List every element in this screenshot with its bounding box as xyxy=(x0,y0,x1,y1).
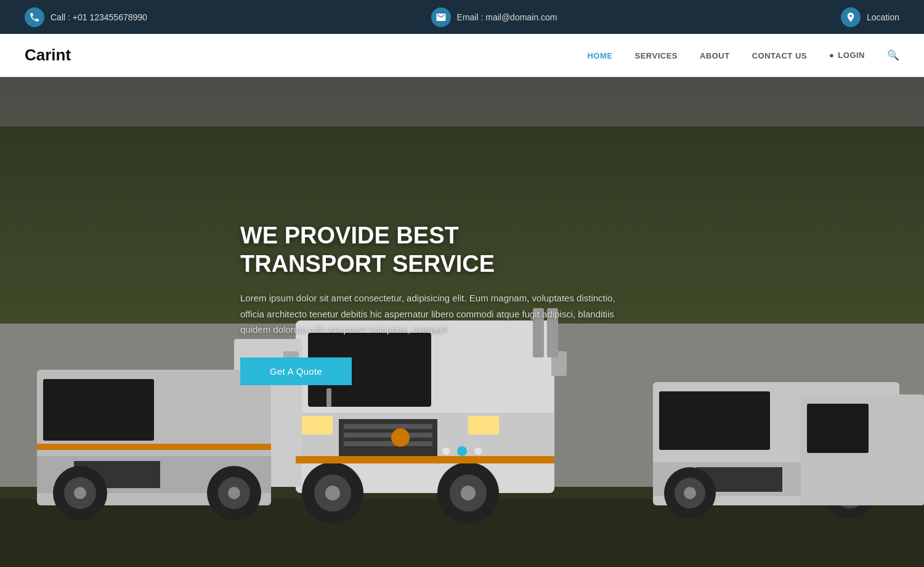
svg-rect-20 xyxy=(43,379,154,441)
svg-rect-42 xyxy=(37,444,271,450)
hero-description: Lorem ipsum dolor sit amet consectetur, … xyxy=(240,290,622,338)
svg-point-25 xyxy=(74,487,86,499)
brand-logo[interactable]: Carint xyxy=(25,46,71,65)
nav-item-contact[interactable]: CONTACT US xyxy=(752,50,807,61)
nav-item-services[interactable]: SERVICES xyxy=(634,50,678,61)
location-icon xyxy=(845,12,856,23)
nav-item-home[interactable]: HOME xyxy=(587,50,612,61)
svg-rect-30 xyxy=(659,391,770,450)
location-contact: Location xyxy=(841,7,899,27)
nav-links: HOME SERVICES ABOUT CONTACT US ● LOGIN 🔍 xyxy=(587,49,899,61)
phone-icon xyxy=(29,12,40,23)
phone-icon-wrapper xyxy=(25,7,44,27)
get-quote-button[interactable]: Get A Quote xyxy=(240,357,352,385)
email-contact: Email : mail@domain.com xyxy=(431,7,557,27)
svg-rect-9 xyxy=(302,416,333,434)
nav-item-login[interactable]: ● LOGIN xyxy=(829,51,865,60)
nav-link-home[interactable]: HOME xyxy=(587,51,612,60)
hero-section: WE PROVIDE BEST TRANSPORT SERVICE Lorem … xyxy=(0,77,924,567)
carousel-dot-1[interactable] xyxy=(442,447,450,455)
location-label: Location xyxy=(867,12,899,22)
carousel-dots xyxy=(442,446,482,456)
nav-link-about[interactable]: ABOUT xyxy=(700,51,730,60)
svg-rect-8 xyxy=(344,441,432,446)
email-icon xyxy=(436,12,447,23)
nav-link-contact[interactable]: CONTACT US xyxy=(752,51,807,60)
svg-point-16 xyxy=(461,486,476,500)
hero-title: WE PROVIDE BEST TRANSPORT SERVICE xyxy=(240,222,622,278)
svg-point-13 xyxy=(325,486,340,500)
svg-rect-7 xyxy=(344,433,432,438)
top-bar: Call : +01 123455678990 Email : mail@dom… xyxy=(0,0,924,34)
location-icon-wrapper xyxy=(841,7,861,27)
svg-rect-18 xyxy=(326,388,331,407)
hero-content: WE PROVIDE BEST TRANSPORT SERVICE Lorem … xyxy=(240,222,622,385)
carousel-dot-3[interactable] xyxy=(474,447,482,455)
svg-point-35 xyxy=(684,487,696,499)
nav-link-login[interactable]: ● LOGIN xyxy=(829,51,865,60)
search-icon[interactable]: 🔍 xyxy=(887,50,899,60)
email-label: Email : mail@domain.com xyxy=(457,12,557,22)
svg-point-47 xyxy=(391,428,410,447)
svg-rect-41 xyxy=(296,456,554,463)
email-icon-wrapper xyxy=(431,7,451,27)
navbar: Carint HOME SERVICES ABOUT CONTACT US ● … xyxy=(0,34,924,77)
svg-rect-6 xyxy=(344,424,432,429)
phone-label: Call : +01 123455678990 xyxy=(51,12,147,22)
svg-point-28 xyxy=(228,487,240,499)
svg-rect-40 xyxy=(807,404,869,453)
nav-link-services[interactable]: SERVICES xyxy=(634,51,678,60)
phone-contact: Call : +01 123455678990 xyxy=(25,7,147,27)
nav-item-about[interactable]: ABOUT xyxy=(700,50,730,61)
nav-item-search[interactable]: 🔍 xyxy=(887,49,899,61)
carousel-dot-2[interactable] xyxy=(457,446,467,456)
svg-rect-10 xyxy=(468,416,499,434)
user-icon: ● xyxy=(829,51,834,60)
